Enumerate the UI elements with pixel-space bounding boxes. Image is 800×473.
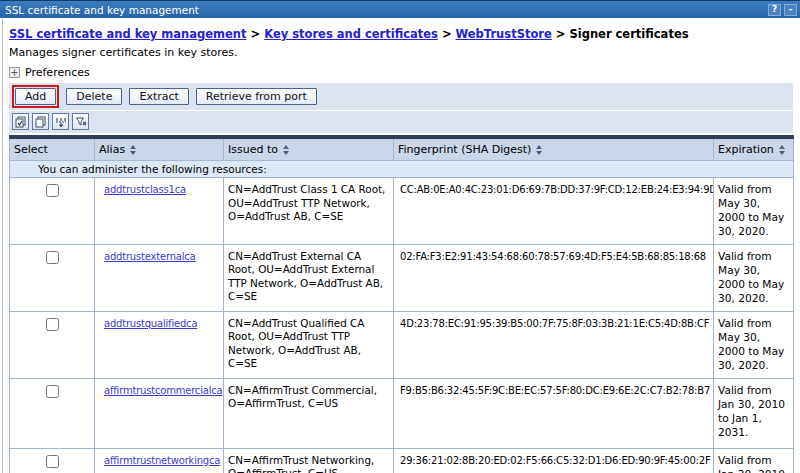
extract-button[interactable]: Extract xyxy=(129,88,188,105)
breadcrumb-separator: > xyxy=(556,27,566,41)
table-row: addtrustexternalca CN=AddTrust External … xyxy=(10,244,794,311)
row-checkbox[interactable] xyxy=(46,184,59,197)
window-titlebar: SSL certificate and key management ? - xyxy=(0,0,800,18)
alias-link[interactable]: addtrustqualifiedca xyxy=(104,318,197,329)
breadcrumb-separator: > xyxy=(442,27,452,41)
fingerprint-cell: F9:B5:B6:32:45:5F:9C:BE:EC:57:5F:80:DC:E… xyxy=(394,378,714,448)
expiration-cell: Valid from Jan 30, 2010 to Jan 1, 2031. xyxy=(714,378,794,448)
column-header-expiration[interactable]: Expiration xyxy=(714,137,794,161)
row-checkbox[interactable] xyxy=(46,385,59,398)
table-row: affirmtrustnetworkingca CN=AffirmTrust N… xyxy=(10,448,794,473)
page-description: Manages signer certificates in key store… xyxy=(9,46,793,59)
expiration-cell: Valid from May 30, 2000 to May 30, 2020. xyxy=(714,311,794,378)
table-caption-row: You can administer the following resourc… xyxy=(10,161,794,178)
issued-to-cell: CN=AddTrust External CA Root, OU=AddTrus… xyxy=(224,244,394,311)
column-header-issued-to[interactable]: Issued to xyxy=(224,137,394,161)
breadcrumb-link-ssl-cert-management[interactable]: SSL certificate and key management xyxy=(9,27,247,41)
table-row: addtrustqualifiedca CN=AddTrust Qualifie… xyxy=(10,311,794,378)
alias-link[interactable]: addtrustclass1ca xyxy=(104,184,186,195)
select-all-icon[interactable] xyxy=(12,113,29,130)
column-header-alias[interactable]: Alias xyxy=(95,137,224,161)
table-row: affirmtrustcommercialca CN=AffirmTrust C… xyxy=(10,378,794,448)
retrieve-from-port-button[interactable]: Retrieve from port xyxy=(196,88,317,105)
minimize-icon[interactable]: - xyxy=(784,4,797,16)
clear-filter-icon[interactable] xyxy=(72,113,89,130)
preferences-toggle[interactable]: + Preferences xyxy=(9,66,793,79)
expiration-cell: Valid from Jan 30, 2010 to Jan 1, 2031. xyxy=(714,448,794,473)
page-content: SSL certificate and key management>Key s… xyxy=(0,27,800,473)
sort-icon[interactable] xyxy=(779,145,785,155)
table-icon-bar xyxy=(9,111,793,133)
fingerprint-cell: 29:36:21:02:8B:20:ED:02:F5:66:C5:32:D1:D… xyxy=(394,448,714,473)
add-button[interactable]: Add xyxy=(15,88,56,105)
issued-to-cell: CN=AddTrust Qualified CA Root, OU=AddTru… xyxy=(224,311,394,378)
breadcrumb-current-signer-certificates: Signer certificates xyxy=(569,27,688,41)
help-icon[interactable]: ? xyxy=(768,4,781,16)
sort-icon[interactable] xyxy=(130,145,136,155)
add-button-red-highlight: Add xyxy=(12,85,59,108)
alias-link[interactable]: affirmtrustcommercialca xyxy=(104,385,222,396)
row-checkbox[interactable] xyxy=(46,251,59,264)
breadcrumb-separator: > xyxy=(251,27,261,41)
signer-certificates-table: Select Alias Issued to Fingerprint (SHA … xyxy=(9,135,794,473)
issued-to-cell: CN=AffirmTrust Commercial, O=AffirmTrust… xyxy=(224,378,394,448)
column-header-select: Select xyxy=(10,137,95,161)
table-row: addtrustclass1ca CN=AddTrust Class 1 CA … xyxy=(10,178,794,245)
preferences-label: Preferences xyxy=(25,66,90,79)
table-button-bar: Add Delete Extract Retrieve from port xyxy=(9,83,793,111)
breadcrumb-link-key-stores[interactable]: Key stores and certificates xyxy=(264,27,438,41)
sort-icon[interactable] xyxy=(536,145,542,155)
breadcrumb: SSL certificate and key management>Key s… xyxy=(9,27,793,41)
page-left-border xyxy=(2,19,3,473)
table-header-row: Select Alias Issued to Fingerprint (SHA … xyxy=(10,137,794,161)
fingerprint-cell: CC:AB:0E:A0:4C:23:01:D6:69:7B:DD:37:9F:C… xyxy=(394,178,714,245)
row-checkbox[interactable] xyxy=(46,318,59,331)
fingerprint-cell: 4D:23:78:EC:91:95:39:B5:00:7F:75:8F:03:3… xyxy=(394,311,714,378)
expiration-cell: Valid from May 30, 2000 to May 30, 2020. xyxy=(714,244,794,311)
issued-to-cell: CN=AddTrust Class 1 CA Root, OU=AddTrust… xyxy=(224,178,394,245)
column-header-fingerprint[interactable]: Fingerprint (SHA Digest) xyxy=(394,137,714,161)
table-caption: You can administer the following resourc… xyxy=(10,161,794,178)
alias-link[interactable]: addtrustexternalca xyxy=(104,251,196,262)
expand-icon[interactable]: + xyxy=(9,67,20,78)
delete-button[interactable]: Delete xyxy=(66,88,122,105)
alias-link[interactable]: affirmtrustnetworkingca xyxy=(104,455,220,466)
issued-to-cell: CN=AffirmTrust Networking, O=AffirmTrust… xyxy=(224,448,394,473)
titlebar-controls: ? - xyxy=(768,4,797,16)
expiration-cell: Valid from May 30, 2000 to May 30, 2020. xyxy=(714,178,794,245)
show-filter-icon[interactable] xyxy=(52,113,69,130)
ssl-cert-key-management-window: SSL certificate and key management ? - S… xyxy=(0,0,800,473)
row-checkbox[interactable] xyxy=(46,455,59,468)
breadcrumb-link-webtruststore[interactable]: WebTrustStore xyxy=(456,27,552,41)
sort-icon[interactable] xyxy=(283,145,289,155)
deselect-all-icon[interactable] xyxy=(32,113,49,130)
window-title: SSL certificate and key management xyxy=(5,4,199,16)
fingerprint-cell: 02:FA:F3:E2:91:43:54:68:60:78:57:69:4D:F… xyxy=(394,244,714,311)
